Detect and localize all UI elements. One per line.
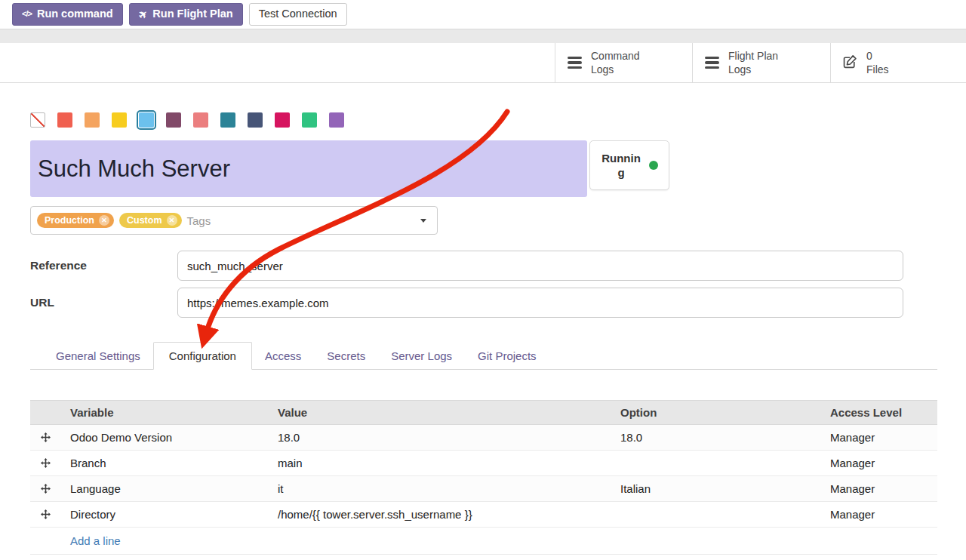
command-logs-button[interactable]: Command Logs [555, 43, 692, 82]
drag-handle-icon[interactable] [30, 458, 60, 468]
tab-bar: General Settings Configuration Access Se… [30, 342, 937, 370]
flight-plan-logs-button[interactable]: Flight Plan Logs [692, 43, 830, 82]
color-swatch-yellow[interactable] [112, 112, 127, 128]
fields-group: Reference such_much_server URL https://m… [30, 251, 903, 318]
drag-handle-icon[interactable] [30, 484, 60, 494]
url-field-row: URL https://memes.example.com [30, 288, 903, 318]
cell-value[interactable]: 18.0 [268, 431, 611, 444]
form-header: Command Logs Flight Plan Logs 0 Files [0, 43, 966, 83]
reference-input[interactable]: such_much_server [177, 251, 903, 281]
remove-tag-icon[interactable]: ✕ [167, 215, 177, 226]
remove-tag-icon[interactable]: ✕ [99, 215, 109, 226]
cell-access-level[interactable]: Manager [820, 431, 937, 444]
status-label: Running [601, 151, 641, 180]
tab-secrets[interactable]: Secrets [314, 343, 378, 369]
color-swatch-purple[interactable] [329, 112, 344, 128]
control-panel: </> Run command ✈ Run Flight Plan Test C… [0, 0, 966, 29]
form-sheet: Such Much Server Running Production ✕ Cu… [0, 112, 966, 555]
cell-value[interactable]: main [268, 457, 611, 469]
cell-value[interactable]: it [268, 482, 611, 495]
table-row: Branch main Manager [30, 451, 937, 476]
cell-variable[interactable]: Directory [60, 508, 268, 521]
color-swatch-orange[interactable] [85, 112, 100, 128]
test-connection-button[interactable]: Test Connection [249, 3, 347, 25]
files-label: 0 Files [866, 49, 889, 76]
separator-strip [0, 29, 966, 43]
reference-field-row: Reference such_much_server [30, 251, 903, 281]
color-swatch-magenta[interactable] [275, 112, 290, 128]
run-flight-plan-label: Run Flight Plan [152, 8, 232, 20]
add-a-line-link[interactable]: Add a line [70, 534, 121, 547]
dropdown-caret-icon[interactable] [420, 219, 426, 223]
tab-server-logs[interactable]: Server Logs [378, 343, 465, 369]
table-row: Odoo Demo Version 18.0 18.0 Manager [30, 425, 937, 451]
color-swatch-red[interactable] [57, 112, 72, 128]
list-icon [568, 57, 582, 69]
url-input[interactable]: https://memes.example.com [177, 288, 903, 318]
cell-option[interactable]: Italian [611, 482, 820, 495]
color-swatch-salmon[interactable] [193, 112, 208, 128]
table-row: Directory /home/{{ tower.server.ssh_user… [30, 502, 937, 528]
title-row: Such Much Server Running [30, 140, 937, 197]
add-line-row: Add a line [30, 528, 937, 555]
color-swatch-dark-purple[interactable] [166, 112, 181, 128]
color-swatch-navy[interactable] [248, 112, 263, 128]
server-form-page: </> Run command ✈ Run Flight Plan Test C… [0, 0, 966, 560]
column-header-variable: Variable [60, 406, 268, 419]
tag-production: Production ✕ [37, 213, 114, 228]
table-row: Language it Italian Manager [30, 476, 937, 502]
run-flight-plan-button[interactable]: ✈ Run Flight Plan [129, 3, 243, 25]
files-count: 0 [866, 49, 889, 63]
cell-variable[interactable]: Language [60, 482, 268, 495]
tag-custom: Custom ✕ [119, 213, 182, 228]
edit-pencil-icon [843, 54, 857, 71]
drag-handle-icon[interactable] [30, 509, 60, 519]
run-command-button[interactable]: </> Run command [12, 3, 123, 25]
tab-git-projects[interactable]: Git Projects [465, 343, 549, 369]
table-header-row: Variable Value Option Access Level [30, 400, 937, 425]
tab-access[interactable]: Access [252, 343, 314, 369]
files-button[interactable]: 0 Files [830, 43, 966, 82]
drag-handle-icon[interactable] [30, 432, 60, 442]
column-header-option: Option [611, 406, 820, 419]
column-header-access-level: Access Level [820, 406, 937, 419]
tab-general-settings[interactable]: General Settings [43, 343, 153, 369]
tags-placeholder: Tags [187, 214, 211, 227]
reference-label: Reference [30, 259, 177, 272]
server-name-input[interactable]: Such Much Server [30, 140, 587, 197]
url-label: URL [30, 296, 177, 309]
cell-value[interactable]: /home/{{ tower.server.ssh_username }} [268, 508, 611, 521]
cell-option[interactable]: 18.0 [611, 431, 820, 444]
color-palette [30, 112, 937, 128]
status-green-dot-icon [649, 161, 658, 170]
color-swatch-green[interactable] [302, 112, 317, 128]
cell-access-level[interactable]: Manager [820, 508, 937, 521]
color-swatch-none[interactable] [30, 112, 45, 128]
tab-configuration[interactable]: Configuration [153, 342, 252, 370]
command-logs-label: Command Logs [591, 49, 640, 76]
run-command-label: Run command [37, 8, 113, 20]
list-icon [705, 57, 719, 69]
cell-variable[interactable]: Odoo Demo Version [60, 431, 268, 444]
cell-variable[interactable]: Branch [60, 457, 268, 469]
cell-access-level[interactable]: Manager [820, 482, 937, 495]
column-header-value: Value [268, 406, 611, 419]
server-name-text: Such Much Server [38, 155, 230, 183]
flight-plan-logs-label: Flight Plan Logs [728, 49, 778, 76]
code-icon: </> [22, 9, 32, 19]
color-swatch-teal[interactable] [220, 112, 235, 128]
cell-access-level[interactable]: Manager [820, 457, 937, 469]
plane-icon: ✈ [136, 7, 151, 22]
status-running-button[interactable]: Running [589, 140, 669, 190]
configuration-table: Variable Value Option Access Level Odoo … [30, 400, 937, 555]
color-swatch-cyan-selected[interactable] [139, 112, 154, 128]
tags-input[interactable]: Production ✕ Custom ✕ Tags [30, 206, 438, 235]
